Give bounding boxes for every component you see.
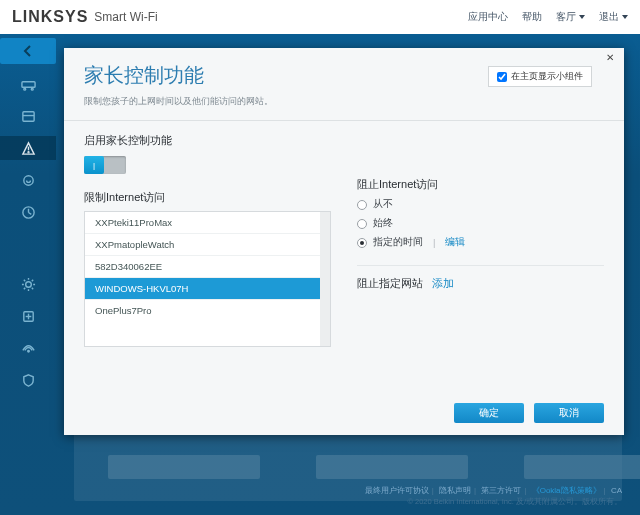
device-item[interactable]: OnePlus7Pro	[85, 299, 330, 321]
radio-never[interactable]: 从不	[357, 198, 604, 211]
show-widget-checkbox[interactable]: 在主页显示小组件	[488, 66, 592, 87]
svg-point-1	[23, 88, 25, 90]
svg-point-2	[31, 88, 33, 90]
brand-logo: LINKSYS	[12, 8, 88, 26]
footer-copyright: © 2020 Belkin International, Inc. 及/或其附属…	[365, 497, 622, 508]
divider	[357, 265, 604, 266]
left-column: 启用家长控制功能 | 限制Internet访问 XXPteki11ProMaxX…	[84, 133, 331, 419]
rail-item-5[interactable]	[0, 200, 56, 224]
nav-logout[interactable]: 退出	[599, 10, 628, 24]
footer-links: 最终用户许可协议| 隐私声明| 第三方许可| 《Ookla隐私策略》| CA ©…	[365, 485, 622, 507]
toggle-knob: |	[84, 156, 104, 174]
radio-icon	[357, 200, 367, 210]
parental-control-modal: ✕ 家长控制功能 限制您孩子的上网时间以及他们能访问的网站。 在主页显示小组件 …	[64, 48, 624, 435]
back-button[interactable]	[0, 38, 56, 64]
modal-footer: 确定 取消	[454, 403, 604, 423]
cancel-button[interactable]: 取消	[534, 403, 604, 423]
chevron-down-icon	[579, 15, 585, 19]
top-nav: 应用中心 帮助 客厅 退出	[468, 10, 628, 24]
footer-thirdparty[interactable]: 第三方许可	[481, 486, 521, 495]
svg-point-7	[23, 175, 32, 184]
device-item[interactable]: WINDOWS-HKVL07H	[85, 277, 330, 299]
block-access-title: 阻止Internet访问	[357, 177, 604, 192]
rail-item-2[interactable]	[0, 104, 56, 128]
svg-point-13	[27, 350, 29, 352]
device-item[interactable]: XXPteki11ProMax	[85, 212, 330, 233]
radio-scheduled[interactable]: 指定的时间|编辑	[357, 236, 604, 249]
app-header: LINKSYS Smart Wi-Fi 应用中心 帮助 客厅 退出	[0, 0, 640, 34]
svg-rect-3	[22, 111, 33, 120]
footer-ookla[interactable]: 《Ookla隐私策略》	[532, 486, 601, 495]
main-area: ✕ 家长控制功能 限制您孩子的上网时间以及他们能访问的网站。 在主页显示小组件 …	[0, 34, 640, 515]
add-site-link[interactable]: 添加	[432, 277, 454, 289]
block-access-radios: 从不 始终 指定的时间|编辑	[357, 198, 604, 249]
scrollbar[interactable]	[320, 212, 330, 346]
rail-item-6[interactable]	[0, 272, 56, 296]
rail-item-4[interactable]	[0, 168, 56, 192]
radio-always[interactable]: 始终	[357, 217, 604, 230]
modal-subtitle: 限制您孩子的上网时间以及他们能访问的网站。	[84, 95, 604, 108]
bg-cards	[108, 455, 640, 479]
bg-card	[108, 455, 260, 479]
rail-item-1[interactable]	[0, 72, 56, 96]
svg-point-6	[28, 151, 29, 152]
chevron-down-icon	[622, 15, 628, 19]
radio-icon	[357, 238, 367, 248]
bg-card	[524, 455, 640, 479]
brand-subtitle: Smart Wi-Fi	[94, 10, 157, 24]
close-icon[interactable]: ✕	[606, 52, 618, 64]
enable-label: 启用家长控制功能	[84, 133, 331, 148]
rail-item-8[interactable]	[0, 336, 56, 360]
right-column: 阻止Internet访问 从不 始终 指定的时间|编辑 阻止指定网站 添加	[357, 133, 604, 419]
device-list: XXPteki11ProMaxXXPmatopleWatch582D340062…	[84, 211, 331, 347]
radio-icon	[357, 219, 367, 229]
footer-privacy[interactable]: 隐私声明	[439, 486, 471, 495]
block-sites-title: 阻止指定网站 添加	[357, 276, 604, 291]
nav-app-center[interactable]: 应用中心	[468, 10, 508, 24]
ok-button[interactable]: 确定	[454, 403, 524, 423]
footer-eula[interactable]: 最终用户许可协议	[365, 486, 429, 495]
rail-item-parental[interactable]	[0, 136, 56, 160]
nav-room[interactable]: 客厅	[556, 10, 585, 24]
left-rail	[0, 34, 56, 515]
bg-card	[316, 455, 468, 479]
enable-toggle[interactable]: |	[84, 156, 126, 174]
rail-item-7[interactable]	[0, 304, 56, 328]
edit-link[interactable]: 编辑	[445, 236, 465, 249]
restrict-section-title: 限制Internet访问	[84, 190, 331, 205]
nav-help[interactable]: 帮助	[522, 10, 542, 24]
device-item[interactable]: 582D340062EE	[85, 255, 330, 277]
svg-rect-0	[21, 81, 34, 87]
show-widget-input[interactable]	[497, 72, 507, 82]
footer-ca[interactable]: CA	[611, 486, 622, 495]
device-item[interactable]: XXPmatopleWatch	[85, 233, 330, 255]
rail-item-9[interactable]	[0, 368, 56, 392]
svg-point-9	[25, 281, 31, 287]
